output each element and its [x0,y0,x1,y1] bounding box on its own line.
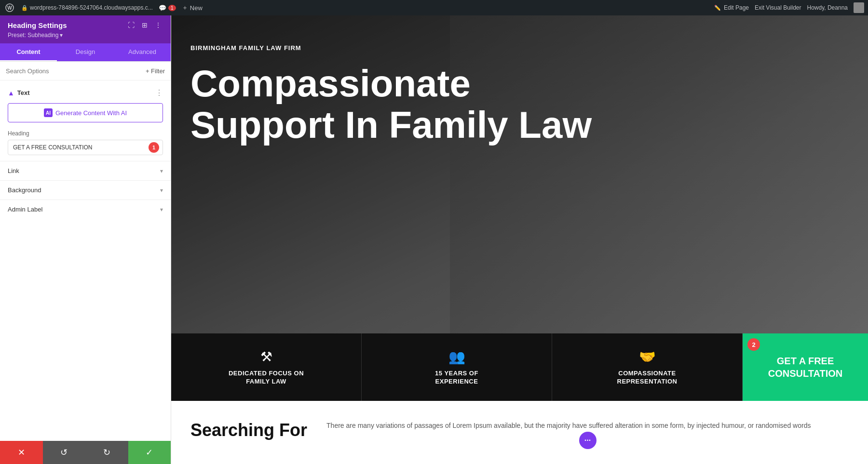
hero-section: BIRMINGHAM FAMILY LAW FIRM Compassionate… [171,15,868,333]
panel-title: Heading Settings [8,21,67,29]
collapse-icon: ▲ [8,89,14,97]
panel-tabs: Content Design Advanced [0,43,171,62]
chevron-down-icon: ▾ [160,168,163,174]
notification-badge-1: 1 [149,142,159,153]
cancel-button[interactable]: ✕ [0,441,43,464]
admin-label-section[interactable]: Admin Label ▾ [0,199,171,219]
people-icon: 👥 [448,349,465,365]
columns-icon[interactable]: ⊞ [140,20,149,30]
section-menu-icon[interactable]: ⋮ [155,88,163,97]
avatar [854,2,864,13]
exit-visual-builder-link[interactable]: Exit Visual Builder [755,4,801,11]
admin-bar: W 🔒 wordpress-784896-5247064.cloudwaysap… [0,0,868,15]
admin-label-label: Admin Label [8,206,42,213]
more-options-icon[interactable]: ⋮ [153,20,163,30]
filter-button[interactable]: + Filter [146,67,165,75]
panel-header: Heading Settings ⛶ ⊞ ⋮ Preset: Subheadin… [0,15,171,43]
svg-text:W: W [7,5,12,11]
handshake-icon: 🤝 [639,349,656,365]
background-label: Background [8,186,41,194]
features-bar: ⚒ DEDICATED FOCUS ONFAMILY LAW 👥 15 YEAR… [171,333,868,401]
search-input[interactable] [6,67,142,75]
feature-label-1: 15 YEARS OFEXPERIENCE [435,370,478,386]
ai-icon: AI [44,108,53,117]
edit-page-link[interactable]: ✏️ Edit Page [714,4,749,11]
text-section-title: ▲ Text [8,89,30,97]
comments-link[interactable]: 💬 1 [159,4,176,12]
below-hero-text: There are many variations of passages of… [326,420,849,460]
chevron-down-icon: ▾ [160,206,163,213]
floating-menu-button[interactable]: ··· [579,432,597,449]
heading-label: Heading [8,130,163,137]
hammer-icon: ⚒ [260,349,272,365]
feature-label-0: DEDICATED FOCUS ONFAMILY LAW [229,370,304,386]
tab-design[interactable]: Design [57,43,114,61]
tab-advanced[interactable]: Advanced [114,43,171,61]
below-hero: Searching For There are many variations … [171,401,868,464]
save-button[interactable]: ✓ [128,441,171,464]
panel-content: ▲ Text ⋮ AI Generate Content With AI Hea… [0,80,171,441]
cta-button[interactable]: 2 GET A FREECONSULTATION [743,333,868,401]
text-section-header[interactable]: ▲ Text ⋮ [0,86,171,101]
panel-header-top: Heading Settings ⛶ ⊞ ⋮ [8,20,163,30]
generate-content-button[interactable]: AI Generate Content With AI [8,103,163,122]
fullscreen-icon[interactable]: ⛶ [126,20,136,30]
cta-label: GET A FREECONSULTATION [768,355,842,380]
hero-subtitle: BIRMINGHAM FAMILY LAW FIRM [190,44,849,52]
admin-bar-right: ✏️ Edit Page Exit Visual Builder Howdy, … [714,2,864,13]
wp-logo-icon[interactable]: W [4,2,15,13]
feature-item-1[interactable]: 👥 15 YEARS OFEXPERIENCE [362,333,552,401]
redo-button[interactable]: ↻ [85,441,128,464]
howdy-label: Howdy, Deanna [807,4,848,11]
feature-item-0[interactable]: ⚒ DEDICATED FOCUS ONFAMILY LAW [171,333,362,401]
right-content: BIRMINGHAM FAMILY LAW FIRM Compassionate… [171,15,868,464]
link-label: Link [8,167,19,174]
tab-content[interactable]: Content [0,43,57,61]
panel-preset[interactable]: Preset: Subheading ▾ [8,32,163,39]
site-url[interactable]: 🔒 wordpress-784896-5247064.cloudwaysapps… [21,4,153,11]
link-section[interactable]: Link ▾ [0,161,171,180]
cta-badge: 2 [747,338,760,351]
panel-header-icons: ⛶ ⊞ ⋮ [126,20,163,30]
feature-label-2: COMPASSIONATEREPRESENTATION [617,370,678,386]
new-post-link[interactable]: ＋ New [182,3,203,12]
undo-button[interactable]: ↺ [43,441,86,464]
hero-content: BIRMINGHAM FAMILY LAW FIRM Compassionate… [171,15,868,146]
main-layout: Heading Settings ⛶ ⊞ ⋮ Preset: Subheadin… [0,15,868,464]
below-hero-title: Searching For [190,420,307,460]
chevron-down-icon: ▾ [160,187,163,194]
search-wrapper [6,66,142,75]
hero-title: Compassionate Support In Family Law [190,63,624,146]
left-panel: Heading Settings ⛶ ⊞ ⋮ Preset: Subheadin… [0,15,171,464]
panel-search: + Filter [0,62,171,80]
heading-input-wrapper: 1 [8,140,163,155]
heading-field-group: Heading 1 [0,128,171,161]
bottom-bar: ✕ ↺ ↻ ✓ [0,441,171,464]
background-section[interactable]: Background ▾ [0,180,171,199]
heading-input[interactable] [8,140,163,155]
feature-item-2[interactable]: 🤝 COMPASSIONATEREPRESENTATION [552,333,743,401]
